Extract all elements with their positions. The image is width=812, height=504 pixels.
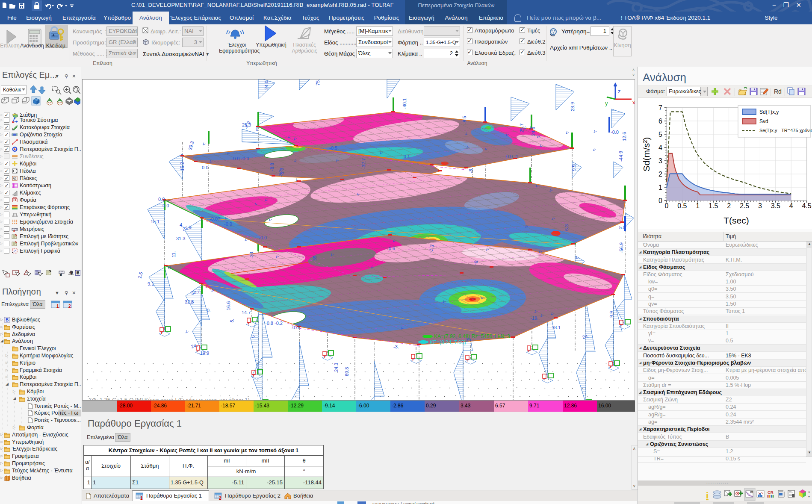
svg-text:3: 3 xyxy=(758,202,762,209)
svg-text:-0.0: -0.0 xyxy=(611,130,619,135)
svg-text:16.6: 16.6 xyxy=(226,301,231,310)
svg-text:4: 4 xyxy=(789,202,793,209)
svg-text:1: 1 xyxy=(696,202,700,209)
svg-text:KE=(8.24, 7.00): KE=(8.24, 7.00) xyxy=(430,339,466,345)
svg-text:1: 1 xyxy=(56,304,59,309)
svg-text:-0.6: -0.6 xyxy=(387,246,395,251)
svg-text:-8.: -8. xyxy=(468,168,473,173)
svg-text:Svd: Svd xyxy=(759,118,768,124)
svg-text:32.5: 32.5 xyxy=(185,299,194,304)
svg-text:7: 7 xyxy=(658,104,662,112)
svg-text:-0.0: -0.0 xyxy=(259,235,267,240)
svg-text:15.2: 15.2 xyxy=(180,162,185,171)
svg-text:0: 0 xyxy=(665,202,669,209)
svg-text:12.6: 12.6 xyxy=(622,132,627,141)
svg-text:9.9: 9.9 xyxy=(609,311,614,318)
svg-text:6: 6 xyxy=(658,118,662,125)
svg-text:N: N xyxy=(751,491,753,494)
svg-text:-0.0: -0.0 xyxy=(291,325,299,330)
svg-text:6.3: 6.3 xyxy=(564,224,569,231)
svg-text:-9.5: -9.5 xyxy=(462,116,467,124)
svg-text:T(sec): T(sec) xyxy=(723,215,749,225)
svg-text:i: i xyxy=(706,490,709,500)
svg-text:75.2: 75.2 xyxy=(315,80,320,85)
svg-text:-40.1: -40.1 xyxy=(402,98,407,109)
svg-text:0.5: 0.5 xyxy=(677,202,687,209)
svg-text:ψ: ψ xyxy=(70,270,73,274)
svg-text:5.9: 5.9 xyxy=(279,168,284,174)
svg-text:25.7: 25.7 xyxy=(519,124,524,133)
svg-text:0: 0 xyxy=(256,127,258,132)
svg-text:▾: ▾ xyxy=(808,495,810,498)
svg-text:d: d xyxy=(13,230,15,232)
svg-text:39.: 39. xyxy=(312,254,317,261)
svg-text:KA=(7.92, 6.48) Rz=5456.1 kN=3: KA=(7.92, 6.48) Rz=5456.1 kN=3 xyxy=(434,333,510,339)
svg-text:11.: 11. xyxy=(171,251,176,257)
svg-text:5.: 5. xyxy=(229,318,235,323)
svg-text:4.: 4. xyxy=(180,222,183,227)
svg-text:28.9: 28.9 xyxy=(570,102,575,111)
svg-text:Sd(m/s²): Sd(m/s²) xyxy=(641,137,651,172)
svg-text:B: B xyxy=(6,318,9,322)
svg-text:5: 5 xyxy=(658,131,662,138)
svg-text:-0.0 -1: -0.0 -1 xyxy=(505,154,518,159)
svg-text:3: 3 xyxy=(658,157,662,165)
svg-text:Se(T)x,y - TR=475 χρόνια: Se(T)x,y - TR=475 χρόνια xyxy=(759,128,812,133)
svg-text:-33.: -33. xyxy=(249,251,254,259)
svg-text:4: 4 xyxy=(658,144,662,151)
svg-text:-19.9: -19.9 xyxy=(198,351,209,356)
svg-text:14.7: 14.7 xyxy=(242,310,251,315)
svg-text:»: » xyxy=(808,490,810,494)
svg-text:-32.7: -32.7 xyxy=(361,158,366,169)
svg-text:0.: 0. xyxy=(168,265,172,270)
svg-text:69.8: 69.8 xyxy=(344,367,349,376)
svg-text:z: z xyxy=(618,88,621,94)
svg-text:15.1: 15.1 xyxy=(151,219,159,224)
svg-text:1: 1 xyxy=(140,496,143,500)
svg-text:24.3: 24.3 xyxy=(334,363,339,372)
svg-text:2.5: 2.5 xyxy=(137,271,144,279)
svg-text:31.3: 31.3 xyxy=(176,236,185,241)
svg-text:-0.0: -0.0 xyxy=(224,221,232,227)
svg-text:-0.07: -0.07 xyxy=(210,216,220,221)
svg-text:2: 2 xyxy=(658,171,662,178)
svg-text:18.1: 18.1 xyxy=(552,325,561,330)
svg-text:0.0 -0.0: 0.0 -0.0 xyxy=(233,156,249,161)
svg-text:3.5: 3.5 xyxy=(771,202,780,209)
svg-text:0.0: 0.0 xyxy=(202,165,208,170)
svg-text:ΣΦ: 1.35·G+1.5·Q [Μ] Κύρια ρο: ΣΦ: 1.35·G+1.5·Q [Μ] Κύρια ροπή Ι (Γωνία… xyxy=(89,397,250,400)
svg-text:5.5: 5.5 xyxy=(619,225,626,230)
svg-text:39.3: 39.3 xyxy=(187,141,195,151)
svg-text:0: 0 xyxy=(658,197,662,204)
svg-text:-56.9: -56.9 xyxy=(619,242,624,253)
svg-text:24.: 24. xyxy=(190,342,198,349)
svg-text:4.5: 4.5 xyxy=(802,202,811,209)
svg-text:y: y xyxy=(605,100,608,106)
svg-text:-8.8: -8.8 xyxy=(269,163,275,171)
svg-text:1.5: 1.5 xyxy=(709,202,718,209)
svg-text:-0.1: -0.1 xyxy=(402,154,410,159)
svg-text:2.5: 2.5 xyxy=(740,202,749,209)
svg-text:2: 2 xyxy=(68,304,71,309)
svg-text:2: 2 xyxy=(219,496,221,500)
svg-text:-0.8 -0.2: -0.8 -0.2 xyxy=(265,321,283,326)
svg-text:9.9: 9.9 xyxy=(571,165,576,171)
svg-text:Rd: Rd xyxy=(774,88,782,95)
svg-text:24.0: 24.0 xyxy=(264,81,269,90)
svg-text:-44.9: -44.9 xyxy=(618,151,623,162)
svg-text:-3.: -3. xyxy=(393,344,399,349)
svg-text:x: x xyxy=(632,99,635,106)
svg-text:1: 1 xyxy=(658,184,662,191)
svg-text:-0.: -0. xyxy=(205,308,211,313)
svg-text:-0.5: -0.5 xyxy=(329,145,337,150)
svg-text:9.1: 9.1 xyxy=(148,281,154,286)
svg-text:CR: CR xyxy=(768,490,774,495)
svg-text:E: E xyxy=(77,271,79,275)
svg-text:Sd(T)x,y: Sd(T)x,y xyxy=(759,109,779,115)
svg-text:-19.: -19. xyxy=(530,315,538,321)
svg-text:0.0: 0.0 xyxy=(158,197,165,202)
svg-text:2: 2 xyxy=(727,202,731,209)
svg-text:-4.9: -4.9 xyxy=(243,121,251,130)
svg-text:d: d xyxy=(60,273,62,276)
svg-text:0.0: 0.0 xyxy=(162,203,169,208)
